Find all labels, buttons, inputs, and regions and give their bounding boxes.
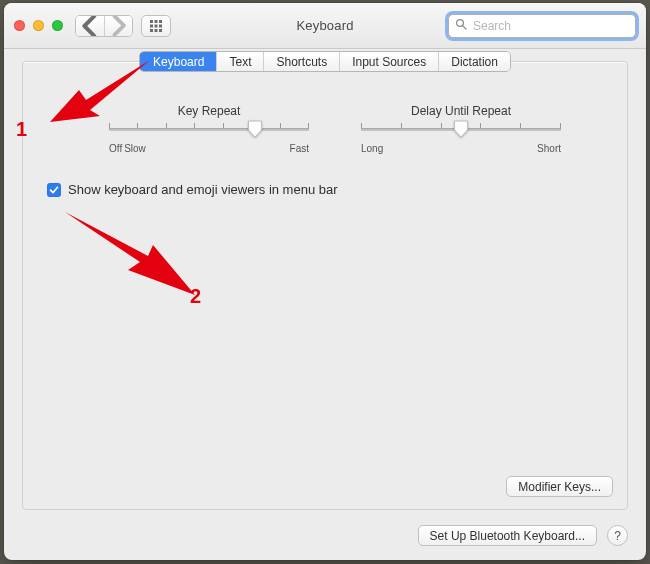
tab-input-sources[interactable]: Input Sources (339, 52, 438, 71)
slider-thumb[interactable] (454, 120, 469, 138)
delay-until-repeat-slider[interactable] (361, 122, 561, 142)
preferences-window: Keyboard Keyboard Text Shortcuts Input S… (4, 3, 646, 560)
help-icon: ? (614, 529, 621, 543)
slider-end-short: Short (537, 143, 561, 154)
window-title: Keyboard (4, 18, 646, 33)
tab-label: Input Sources (352, 55, 426, 69)
key-repeat-block: Key Repeat Off Slow Fast (109, 104, 309, 154)
delay-until-repeat-block: Delay Until Repeat Long Short (361, 104, 561, 154)
slider-end-fast: Fast (290, 143, 309, 154)
tab-shortcuts[interactable]: Shortcuts (263, 52, 339, 71)
tab-label: Shortcuts (276, 55, 327, 69)
delay-until-repeat-label: Delay Until Repeat (361, 104, 561, 118)
help-button[interactable]: ? (607, 525, 628, 546)
tab-label: Text (229, 55, 251, 69)
key-repeat-label: Key Repeat (109, 104, 309, 118)
show-viewers-checkbox[interactable] (47, 183, 61, 197)
window-footer: Set Up Bluetooth Keyboard... ? (418, 525, 628, 546)
button-label: Modifier Keys... (518, 480, 601, 494)
tab-bar: Keyboard Text Shortcuts Input Sources Di… (23, 51, 627, 72)
tab-label: Keyboard (153, 55, 204, 69)
tab-dictation[interactable]: Dictation (438, 52, 510, 71)
show-viewers-row: Show keyboard and emoji viewers in menu … (47, 182, 627, 197)
button-label: Set Up Bluetooth Keyboard... (430, 529, 585, 543)
tab-keyboard[interactable]: Keyboard (140, 52, 216, 71)
show-viewers-label: Show keyboard and emoji viewers in menu … (68, 182, 338, 197)
check-icon (49, 185, 59, 195)
titlebar: Keyboard (4, 3, 646, 49)
slider-end-slow: Slow (124, 143, 146, 154)
modifier-keys-button[interactable]: Modifier Keys... (506, 476, 613, 497)
slider-end-long: Long (361, 143, 383, 154)
slider-end-off: Off (109, 143, 122, 154)
preferences-pane: Keyboard Text Shortcuts Input Sources Di… (22, 61, 628, 510)
tab-text[interactable]: Text (216, 52, 263, 71)
tab-label: Dictation (451, 55, 498, 69)
bluetooth-keyboard-button[interactable]: Set Up Bluetooth Keyboard... (418, 525, 597, 546)
slider-thumb[interactable] (248, 120, 263, 138)
key-repeat-slider[interactable] (109, 122, 309, 142)
